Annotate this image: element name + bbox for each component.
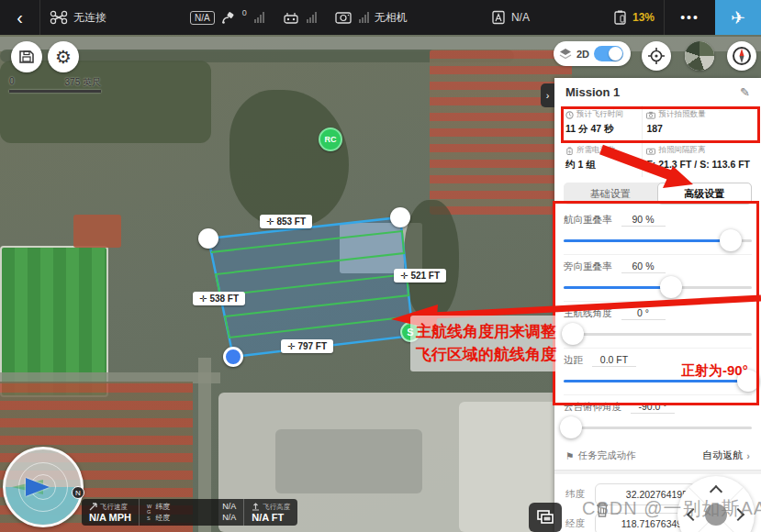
app-screen: RC S ✛853 FT ✛521 FT ✛538 FT ✛797 FT 037…	[0, 0, 761, 532]
tele-lat-value: N/A	[222, 502, 236, 511]
flight-mode-icon	[491, 10, 506, 25]
altitude-icon	[252, 503, 260, 511]
speed-value: N/A MPH	[89, 512, 131, 523]
map-2d-toggle[interactable]: 2D	[554, 41, 631, 66]
camera-icon	[646, 111, 655, 119]
map-layers-icon	[536, 509, 554, 526]
tab-basic-settings[interactable]: 基础设置	[564, 183, 657, 205]
advanced-settings-sliders: 航向重叠率90 % 旁向重叠率60 % 主航线角度0 ° 边距0.0 FT 云台…	[554, 205, 761, 441]
slider-row-front-overlap: 航向重叠率90 %	[564, 208, 752, 255]
save-mission-button[interactable]	[11, 41, 42, 72]
route-angle-slider[interactable]	[564, 322, 752, 346]
locate-crosshair-icon	[647, 47, 666, 65]
edge-length-top[interactable]: ✛853 FT	[260, 215, 312, 228]
edge-length-right[interactable]: ✛521 FT	[394, 269, 446, 283]
camera-interval-icon	[646, 147, 655, 155]
annotation-route-angle-note: 主航线角度用来调整 飞行区域的航线角度	[410, 316, 557, 371]
battery-percent: 13%	[632, 11, 655, 24]
locate-me-button[interactable]	[642, 41, 671, 71]
attitude-compass[interactable]	[3, 447, 84, 527]
status-na-badge: N/A	[190, 11, 215, 25]
takeoff-button[interactable]: ✈	[715, 0, 761, 35]
gps-segment: WGS 纬度N/A 经度N/A	[139, 499, 243, 526]
drone-heading-arrow	[26, 478, 50, 496]
altitude-segment: 飞行高度 N/A FT	[243, 499, 297, 526]
gimbal-pitch-slider[interactable]	[564, 416, 752, 439]
slider-row-route-angle: 主航线角度0 °	[564, 302, 752, 349]
settings-tabs: 基础设置 高级设置	[564, 183, 752, 205]
flight-mode-value: N/A	[511, 11, 530, 24]
stat-battery-count: 所需电池数 约 1 组	[562, 141, 642, 177]
slider-knob[interactable]	[720, 229, 742, 251]
finish-action-row[interactable]: ⚑任务完成动作 自动返航›	[554, 441, 761, 470]
slider-knob[interactable]	[562, 323, 584, 345]
polygon-handle-topright[interactable]	[390, 207, 410, 227]
airplane-icon: ✈	[731, 7, 745, 28]
satellite-count: 0	[242, 8, 247, 17]
panel-collapse-handle[interactable]: ›	[541, 83, 554, 107]
compass-reset-button[interactable]	[727, 41, 756, 71]
stat-photo-count: 预计拍照数量 187	[642, 105, 754, 141]
drone-icon	[50, 10, 68, 25]
annotation-gimbal-note: 正射为-90°	[681, 362, 748, 380]
watermark: CSDN @一别如斯AA	[582, 496, 761, 521]
battery-icon	[565, 147, 574, 155]
video-signal-bars	[359, 12, 369, 23]
front-overlap-field[interactable]: 90 %	[621, 214, 666, 227]
edge-length-left[interactable]: ✛538 FT	[193, 292, 245, 305]
front-overlap-slider[interactable]	[564, 228, 752, 252]
slider-row-gimbal-pitch: 云台俯仰角度-90.0 °	[564, 395, 752, 441]
map-type-button[interactable]	[529, 503, 562, 532]
slider-knob[interactable]	[560, 416, 582, 438]
edge-length-bottom[interactable]: ✛797 FT	[281, 339, 333, 353]
stat-flight-time: 预计飞行时间 11 分 47 秒	[562, 105, 642, 141]
tele-lng-value: N/A	[222, 513, 236, 522]
tab-advanced-settings[interactable]: 高级设置	[657, 183, 753, 205]
toggle-knob	[609, 47, 622, 61]
tele-lng-label: 经度	[155, 513, 170, 523]
status-bar: ‹ 无连接 N/A 0 无相机 N/A 13%	[0, 0, 761, 35]
finish-action-value: 自动返航	[702, 449, 743, 462]
edit-mission-name-icon[interactable]: ✎	[740, 85, 750, 99]
mission-stats: 预计飞行时间 11 分 47 秒 预计拍照数量 187 所需电池数 约 1 组 …	[554, 105, 761, 177]
camera-status-icon	[335, 11, 352, 24]
rc-location-marker[interactable]: RC	[319, 127, 342, 151]
minimap-button[interactable]	[685, 41, 714, 71]
save-icon	[18, 49, 35, 65]
side-overlap-slider[interactable]	[564, 275, 752, 299]
tele-lat-label: 纬度	[155, 502, 170, 512]
scale-zero: 0	[9, 76, 15, 89]
flag-icon: ⚑	[565, 450, 574, 461]
back-button[interactable]: ‹	[0, 0, 40, 35]
altitude-value: N/A FT	[252, 512, 290, 523]
wgs-label: WGS	[147, 504, 151, 520]
clock-icon	[565, 111, 574, 119]
mission-panel: › Mission 1 ✎ 预计飞行时间 11 分 47 秒 预计拍照数量 18…	[554, 78, 761, 532]
remote-controller-icon	[283, 11, 299, 24]
speed-segment: 飞行速度 N/A MPH	[82, 499, 139, 526]
speed-icon	[89, 503, 97, 511]
margin-field[interactable]: 0.0 FT	[592, 354, 636, 367]
map-scale-bar: 0375 英尺	[9, 76, 101, 93]
chevron-right-icon: ›	[746, 450, 750, 461]
mission-title: Mission 1	[565, 85, 620, 99]
gear-icon: ⚙	[55, 48, 72, 66]
more-menu-button[interactable]: •••	[664, 0, 715, 35]
2d-toggle-switch[interactable]	[594, 46, 623, 61]
mission-settings-button[interactable]: ⚙	[48, 41, 79, 72]
polygon-handle-topleft[interactable]	[198, 228, 218, 249]
rc-signal-bars	[307, 12, 317, 23]
stat-photo-interval: 拍照间隔距离 F: 21.3 FT / S: 113.6 FT	[642, 141, 754, 177]
layers-icon	[559, 48, 572, 61]
minimap-thumbnail	[685, 41, 714, 71]
side-overlap-field[interactable]: 60 %	[621, 260, 666, 273]
scale-line	[9, 90, 101, 93]
route-angle-field[interactable]: 0 °	[621, 307, 666, 320]
gimbal-pitch-field[interactable]: -90.0 °	[631, 401, 675, 414]
device-battery-icon	[613, 10, 627, 26]
north-badge: N	[72, 486, 84, 499]
slider-knob[interactable]	[660, 276, 682, 298]
back-chevron-icon: ‹	[17, 7, 23, 28]
scale-distance: 375 英尺	[65, 76, 101, 89]
polygon-handle-bottomleft-selected[interactable]	[223, 347, 243, 367]
